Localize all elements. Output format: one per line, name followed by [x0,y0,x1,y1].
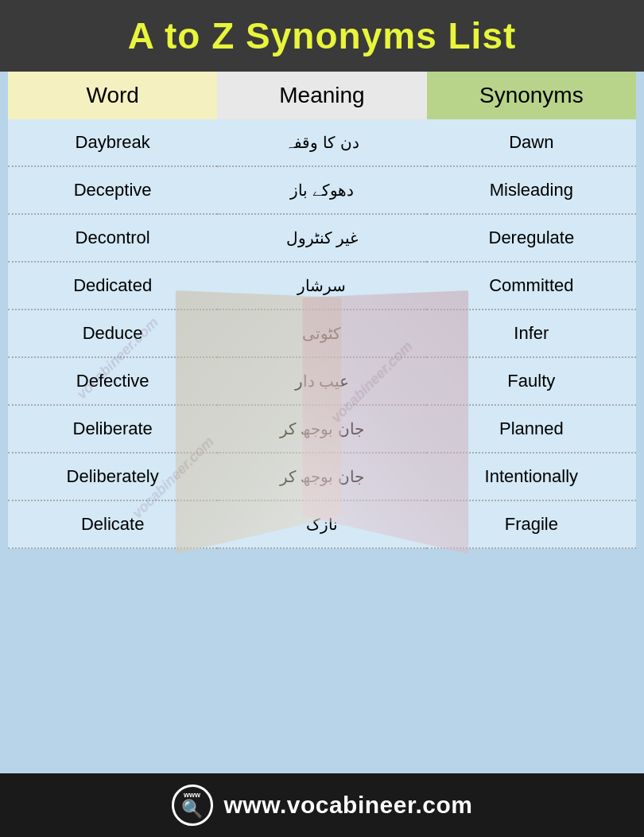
table-container: vocabineer.com vocabineer.com vocabineer… [0,72,644,773]
table-row: Deliberateجان بوجھ کرPlanned [8,406,636,454]
table-row: Defectiveعیب دارFaulty [8,358,636,406]
table-row: Daybreakدن کا وقفہDawn [8,119,636,167]
word-cell: Defective [8,358,217,406]
table-row: DeduceکٹوتیInfer [8,310,636,358]
table-row: DelicateنازکFragile [8,501,636,549]
synonym-cell: Fragile [427,501,636,549]
column-header-synonyms: Synonyms [427,72,636,119]
table-body: Daybreakدن کا وقفہDawnDeceptiveدھوکے باز… [8,119,636,549]
meaning-cell: غیر کنٹرول [217,215,426,263]
meaning-cell: سرشار [217,263,426,310]
meaning-cell: عیب دار [217,358,426,406]
synonym-cell: Deregulate [427,215,636,263]
word-cell: Deliberate [8,406,217,454]
meaning-cell: نازک [217,501,426,549]
synonym-cell: Misleading [427,167,636,215]
synonym-cell: Dawn [427,119,636,167]
table-header-row: Word Meaning Synonyms [8,72,636,119]
table-row: DedicatedسرشارCommitted [8,263,636,310]
meaning-cell: جان بوجھ کر [217,454,426,501]
magnifier-icon: 🔍 [181,799,203,819]
footer-icon: www 🔍 [172,784,213,826]
synonym-cell: Planned [427,406,636,454]
footer: www 🔍 www.vocabineer.com [0,773,644,837]
synonyms-table: Word Meaning Synonyms Daybreakدن کا وقفہ… [8,72,636,549]
column-header-meaning: Meaning [217,72,426,119]
column-header-word: Word [8,72,217,119]
title-bar: A to Z Synonyms List [0,0,644,72]
word-cell: Decontrol [8,215,217,263]
meaning-cell: دن کا وقفہ [217,119,426,167]
word-cell: Dedicated [8,263,217,310]
word-cell: Deliberately [8,454,217,501]
table-row: Decontrolغیر کنٹرولDeregulate [8,215,636,263]
word-cell: Daybreak [8,119,217,167]
synonym-cell: Infer [427,310,636,358]
table-row: Deceptiveدھوکے بازMisleading [8,167,636,215]
word-cell: Deduce [8,310,217,358]
meaning-cell: جان بوجھ کر [217,406,426,454]
footer-url: www.vocabineer.com [224,792,473,819]
www-text: www [184,791,200,799]
page-title: A to Z Synonyms List [8,14,636,57]
synonym-cell: Committed [427,263,636,310]
word-cell: Deceptive [8,167,217,215]
meaning-cell: کٹوتی [217,310,426,358]
synonym-cell: Intentionally [427,454,636,501]
meaning-cell: دھوکے باز [217,167,426,215]
synonym-cell: Faulty [427,358,636,406]
table-row: Deliberatelyجان بوجھ کرIntentionally [8,454,636,501]
word-cell: Delicate [8,501,217,549]
